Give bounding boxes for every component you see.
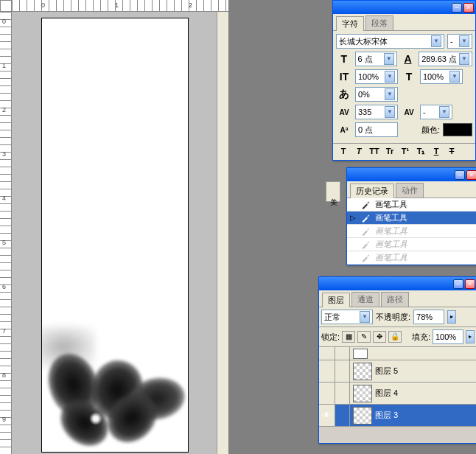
history-item[interactable]: 画笔工具 [347, 251, 476, 265]
strike-button[interactable]: T [444, 145, 459, 158]
visibility-toggle[interactable] [319, 347, 335, 360]
history-item[interactable]: ▷ 画笔工具 [347, 212, 476, 225]
subscript-button[interactable]: T₁ [413, 145, 428, 158]
link-toggle[interactable] [335, 347, 350, 360]
close-button[interactable]: × [466, 170, 476, 180]
chevron-down-icon[interactable]: ▼ [459, 53, 469, 65]
fill-flyout[interactable]: ▸ [466, 330, 475, 343]
visibility-toggle[interactable] [319, 360, 335, 382]
fill-value: 100% [435, 332, 456, 341]
canvas[interactable] [41, 18, 189, 453]
minimize-button[interactable]: – [452, 3, 462, 13]
leading-value: 289.63 点 [421, 54, 457, 65]
superscript-button[interactable]: T¹ [398, 145, 413, 158]
layer-thumbnail[interactable] [353, 363, 372, 380]
link-toggle[interactable] [335, 360, 350, 382]
tab-actions[interactable]: 动作 [396, 183, 424, 198]
ruler-origin[interactable] [0, 0, 12, 12]
history-item[interactable]: 画笔工具 [347, 225, 476, 238]
kerning-dropdown[interactable]: -▼ [420, 105, 452, 119]
layer-row[interactable]: 👁 图层 3 [319, 405, 476, 427]
link-toggle[interactable] [335, 383, 350, 404]
fill-input[interactable]: 100% [433, 329, 463, 344]
close-button[interactable]: × [463, 3, 474, 13]
chevron-down-icon[interactable]: ▼ [439, 106, 449, 118]
font-family-value: 长城大标宋体 [339, 36, 388, 47]
baseline-dropdown[interactable]: 0%▼ [355, 87, 398, 102]
chevron-down-icon[interactable]: ▼ [385, 71, 395, 83]
layer-thumbnail[interactable] [353, 349, 368, 359]
leading-dropdown[interactable]: 289.63 点▼ [419, 52, 472, 66]
brush-icon [360, 214, 371, 223]
bold-button[interactable]: T [336, 145, 351, 158]
ruler-mark: 7 [2, 327, 6, 335]
tab-channels[interactable]: 通道 [351, 292, 379, 307]
layer-row[interactable]: 图层 4 [319, 383, 476, 405]
ruler-mark: 2 [2, 106, 6, 114]
font-style-dropdown[interactable]: -▼ [447, 34, 472, 49]
close-button[interactable]: × [465, 279, 475, 289]
text-color-swatch[interactable] [443, 123, 472, 136]
panel-titlebar[interactable]: – × [333, 1, 475, 14]
layer-name[interactable]: 图层 5 [375, 366, 398, 377]
ruler-vertical[interactable]: 0 1 2 3 4 5 6 7 8 9 [0, 12, 12, 454]
type-format-buttons: T T TT Tr T¹ T₁ T T [333, 143, 475, 160]
tab-layers[interactable]: 图层 [322, 293, 350, 307]
kerning-icon: AV [401, 105, 417, 119]
layer-row[interactable] [319, 347, 476, 360]
chevron-down-icon[interactable]: ▼ [385, 88, 395, 100]
tab-paragraph[interactable]: 段落 [365, 15, 393, 30]
chevron-down-icon[interactable]: ▼ [384, 53, 394, 65]
chevron-down-icon[interactable]: ▼ [385, 106, 395, 118]
vscale-icon: IT [336, 69, 352, 84]
chevron-down-icon[interactable]: ▼ [360, 311, 370, 323]
layer-row[interactable]: 图层 5 [319, 360, 476, 383]
link-toggle[interactable] [335, 405, 350, 426]
allcaps-button[interactable]: TT [367, 145, 382, 158]
ruler-horizontal[interactable]: 0 1 2 [12, 0, 228, 12]
chevron-down-icon[interactable]: ▼ [449, 71, 460, 83]
tab-character[interactable]: 字符 [336, 16, 364, 31]
history-item[interactable]: 画笔工具 [347, 198, 476, 212]
brush-icon [360, 240, 371, 249]
visibility-toggle[interactable] [319, 383, 335, 404]
canvas-viewport[interactable] [12, 12, 228, 454]
chevron-down-icon[interactable]: ▼ [431, 35, 441, 47]
blend-mode-dropdown[interactable]: 正常▼ [321, 310, 373, 324]
font-size-dropdown[interactable]: 6 点▼ [355, 52, 397, 66]
opacity-input[interactable]: 78% [413, 310, 444, 324]
tab-history[interactable]: 历史记录 [350, 184, 394, 198]
layer-name[interactable]: 图层 4 [375, 388, 398, 399]
lock-all-button[interactable]: 🔒 [388, 331, 402, 343]
chevron-down-icon[interactable]: ▼ [459, 35, 469, 47]
layer-name[interactable]: 图层 3 [375, 410, 398, 421]
minimize-button[interactable]: – [455, 170, 465, 180]
history-item[interactable]: 画笔工具 [347, 238, 476, 251]
shift-input[interactable]: 0 点 [355, 122, 398, 137]
minimize-button[interactable]: – [453, 279, 463, 289]
layers-panel: – × 图层 通道 路径 正常▼ 不透明度: 78% ▸ 锁定: ▦ ✎ ✥ 🔒… [318, 276, 476, 444]
smallcaps-button[interactable]: Tr [382, 145, 397, 158]
underline-button[interactable]: T [429, 145, 444, 158]
collapsed-panel-tab[interactable]: 美 [326, 181, 340, 202]
layer-thumbnail[interactable] [353, 407, 372, 425]
lock-position-button[interactable]: ✥ [373, 331, 386, 343]
color-label: 颜色: [421, 125, 440, 136]
history-panel: – × 历史记录 动作 画笔工具 ▷ 画笔工具 画笔工具 画笔工具 画笔工具 [346, 167, 476, 265]
scrollbar-vertical[interactable] [217, 12, 228, 454]
italic-button[interactable]: T [351, 145, 366, 158]
opacity-value: 78% [416, 312, 433, 321]
vscale-dropdown[interactable]: 100%▼ [355, 69, 398, 84]
hscale-dropdown[interactable]: 100%▼ [420, 69, 463, 84]
opacity-flyout[interactable]: ▸ [447, 310, 456, 324]
lock-pixels-button[interactable]: ✎ [357, 331, 371, 343]
tracking-dropdown[interactable]: 335▼ [355, 105, 398, 119]
shift-icon: Aª [336, 122, 352, 137]
layer-thumbnail[interactable] [353, 385, 372, 402]
visibility-toggle[interactable]: 👁 [319, 405, 335, 426]
font-family-dropdown[interactable]: 长城大标宋体▼ [336, 34, 444, 49]
panel-titlebar[interactable]: – × [319, 277, 476, 290]
tab-paths[interactable]: 路径 [381, 292, 409, 307]
lock-transparency-button[interactable]: ▦ [342, 331, 355, 343]
panel-titlebar[interactable]: – × [347, 168, 476, 181]
